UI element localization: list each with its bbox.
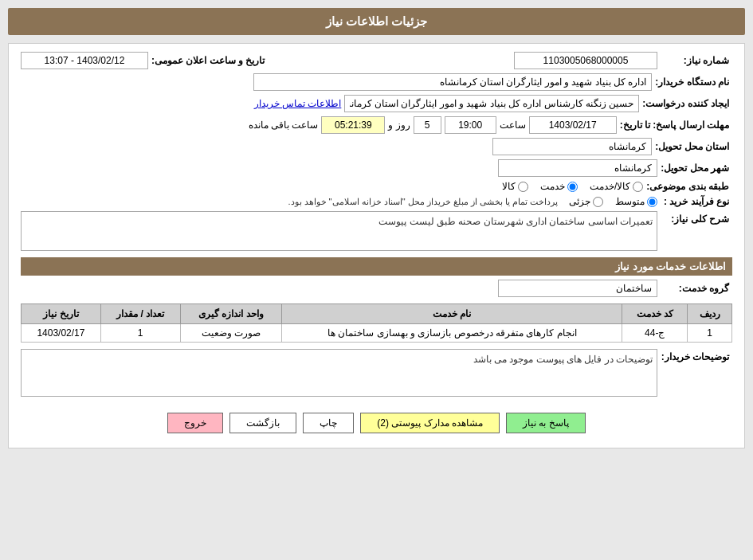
city-label: شهر محل تحویل:: [661, 163, 732, 174]
days-input: [414, 116, 441, 134]
description-section: شرح کلی نیاز: تعمیرات اساسی ساختمان ادار…: [21, 211, 732, 251]
col-code: کد خدمت: [622, 304, 688, 324]
exit-button[interactable]: خروج: [167, 413, 223, 433]
process-motavaset[interactable]: متوسط: [615, 196, 657, 207]
buyer-name-label: نام دستگاه خریدار:: [655, 76, 732, 88]
print-button[interactable]: چاپ: [303, 413, 354, 433]
notes-label: توضیحات خریدار:: [661, 349, 732, 362]
col-row: ردیف: [688, 304, 732, 324]
respond-button[interactable]: پاسخ به نیاز: [506, 413, 586, 433]
khadamat-label: خدمت: [540, 181, 565, 192]
services-section-header: اطلاعات خدمات مورد نیاز: [21, 257, 732, 276]
countdown-input: [321, 116, 385, 134]
view-docs-button[interactable]: مشاهده مدارک پیوستی (2): [360, 413, 500, 433]
province-label: استان محل تحویل:: [655, 141, 732, 152]
service-group-label: گروه خدمت:: [661, 283, 732, 294]
process-radio-group: متوسط جزئی: [569, 196, 657, 207]
contact-link[interactable]: اطلاعات تماس خریدار: [254, 98, 342, 109]
process-jozi[interactable]: جزئی: [569, 196, 603, 207]
category-radio-group: کالا/خدمت خدمت کالا: [502, 181, 643, 192]
province-input: [492, 138, 652, 155]
category-label: طبقه بندی موضوعی:: [646, 181, 732, 192]
description-text: تعمیرات اساسی ساختمان اداری شهرستان صحنه…: [378, 216, 653, 227]
back-button[interactable]: بازگشت: [229, 413, 296, 433]
notes-text: توضیحات در فایل های پیوست موجود می باشد: [473, 354, 653, 365]
deadline-time-input: [445, 116, 496, 134]
radio-kala[interactable]: [518, 182, 528, 192]
days-label: روز و: [388, 119, 410, 131]
kala-khadamat-label: کالا/خدمت: [590, 181, 630, 192]
deadline-date-input: [529, 116, 617, 134]
buyer-name-input: [253, 73, 652, 91]
announce-date-input: [21, 52, 148, 69]
motavaset-label: متوسط: [615, 196, 645, 207]
creator-label: ایجاد کننده درخواست:: [642, 98, 732, 109]
category-khadamat[interactable]: خدمت: [540, 181, 578, 192]
col-date: تاریخ نیاز: [22, 304, 101, 324]
cell-code: ج-44: [622, 324, 688, 343]
jozi-label: جزئی: [569, 196, 590, 207]
cell-date: 1403/02/17: [22, 324, 101, 343]
cell-name: انجام کارهای متفرقه درخصوص بازسازی و بهس…: [282, 324, 622, 343]
process-note: پرداخت تمام یا بخشی از مبلغ خریداز محل "…: [288, 197, 558, 207]
category-kala-khadamat[interactable]: کالا/خدمت: [590, 181, 643, 192]
description-label: شرح کلی نیاز:: [661, 211, 732, 225]
need-number-input: [514, 52, 657, 69]
need-number-label: شماره نیاز:: [661, 55, 732, 66]
footer-buttons: پاسخ به نیاز مشاهده مدارک پیوستی (2) چاپ…: [21, 406, 732, 440]
announce-date-label: تاریخ و ساعت اعلان عمومی:: [151, 55, 268, 66]
creator-input: [344, 95, 639, 112]
cell-row-num: 1: [688, 324, 732, 343]
radio-kala-khadamat[interactable]: [633, 182, 643, 192]
cell-quantity: 1: [100, 324, 180, 343]
description-box: تعمیرات اساسی ساختمان اداری شهرستان صحنه…: [21, 211, 657, 251]
radio-khadamat[interactable]: [567, 182, 578, 192]
radio-motavaset[interactable]: [647, 197, 657, 207]
cell-unit: صورت وضعیت: [180, 324, 282, 343]
notes-section: توضیحات خریدار: توضیحات در فایل های پیوس…: [21, 349, 732, 397]
kala-label: کالا: [502, 181, 516, 192]
process-label: نوع فرآیند خرید :: [661, 196, 732, 207]
col-unit: واحد اندازه گیری: [180, 304, 282, 324]
remaining-label: ساعت باقی مانده: [249, 119, 319, 131]
table-row: 1 ج-44 انجام کارهای متفرقه درخصوص بازساز…: [22, 324, 732, 343]
deadline-label: مهلت ارسال پاسخ: تا تاریخ:: [620, 119, 732, 131]
col-quantity: تعداد / مقدار: [100, 304, 180, 324]
col-name: نام خدمت: [282, 304, 622, 324]
time-label: ساعت: [500, 119, 526, 131]
city-input: [498, 159, 657, 177]
services-table-section: ردیف کد خدمت نام خدمت واحد اندازه گیری ت…: [21, 303, 732, 343]
notes-box: توضیحات در فایل های پیوست موجود می باشد: [21, 349, 657, 397]
radio-jozi[interactable]: [593, 197, 603, 207]
page-title: جزئیات اطلاعات نیاز: [8, 8, 745, 35]
category-kala[interactable]: کالا: [502, 181, 528, 192]
service-group-input: [498, 280, 657, 297]
services-table: ردیف کد خدمت نام خدمت واحد اندازه گیری ت…: [21, 303, 732, 343]
